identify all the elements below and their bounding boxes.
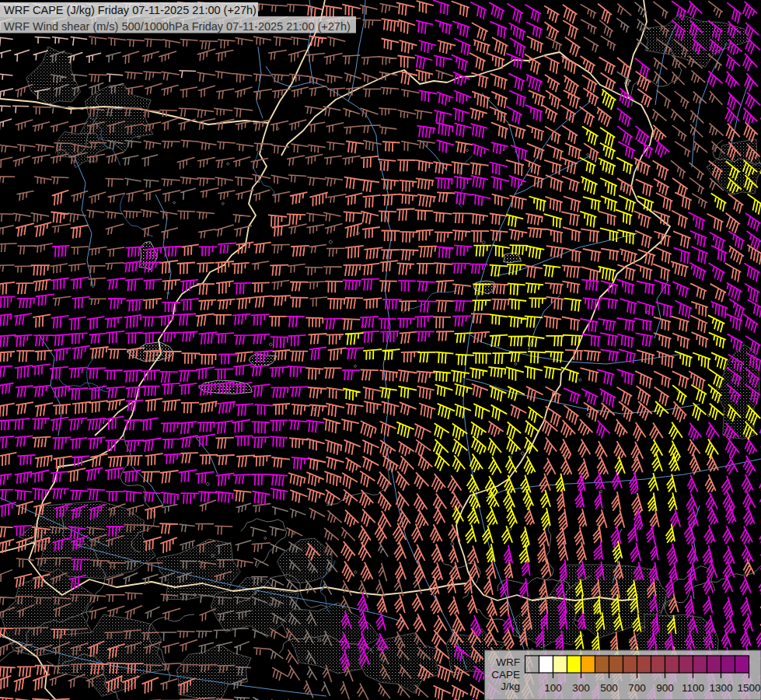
svg-text:1500: 1500 <box>737 682 760 694</box>
svg-text:500: 500 <box>600 682 618 694</box>
svg-text:100: 100 <box>544 682 562 694</box>
svg-text:700: 700 <box>628 682 646 694</box>
svg-text:WRF Wind shear (m/s) 500/1000h: WRF Wind shear (m/s) 500/1000hPa Friday … <box>4 20 351 33</box>
svg-text:900: 900 <box>656 682 674 694</box>
svg-text:J/kg: J/kg <box>501 681 520 692</box>
svg-text:WRF CAPE (J/kg) Friday 07-11-2: WRF CAPE (J/kg) Friday 07-11-2025 21:00 … <box>4 4 257 16</box>
svg-text:1100: 1100 <box>682 682 704 694</box>
svg-text:300: 300 <box>572 682 590 694</box>
svg-text:CAPE: CAPE <box>491 669 520 681</box>
svg-text:1300: 1300 <box>709 682 732 694</box>
svg-text:WRF: WRF <box>496 656 520 668</box>
